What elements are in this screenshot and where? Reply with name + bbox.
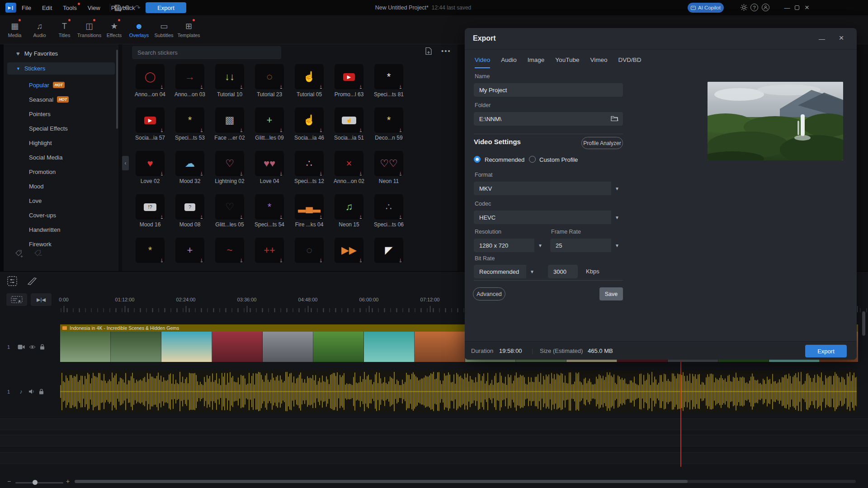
split-clip-button[interactable]: ▶|◀	[31, 293, 52, 306]
download-icon[interactable]: ↓	[241, 257, 243, 262]
window-restore-button[interactable]	[792, 0, 802, 15]
dialog-close-icon[interactable]: ×	[836, 33, 847, 43]
zoom-in-icon[interactable]: +	[66, 478, 70, 485]
sidebar-category-item[interactable]: Firework	[4, 237, 118, 251]
music-note-icon[interactable]: ♪	[18, 388, 24, 395]
download-icon[interactable]: ↓	[280, 127, 283, 132]
sticker-card[interactable]: + ↓ Glitt...les 09	[255, 108, 284, 133]
camera-icon[interactable]	[18, 344, 25, 350]
sticker-card[interactable]: + ↓	[175, 238, 204, 263]
download-icon[interactable]: ↓	[201, 84, 203, 89]
sticker-card[interactable]: ☁ ↓ Mood 32	[175, 151, 204, 176]
sticker-card[interactable]: ∴ ↓ Speci...ts 06	[374, 194, 403, 220]
sticker-card[interactable]: ♡♡ ↓ Neon 11	[374, 151, 403, 176]
browse-folder-icon[interactable]	[611, 115, 618, 123]
sticker-card[interactable]: ♥♥ ↓ Love 04	[255, 151, 284, 176]
sticker-card[interactable]: ♫ ↓ Neon 15	[335, 194, 363, 220]
folder-field[interactable]: E:\NNM\	[474, 112, 623, 126]
export-tab[interactable]: Image	[528, 56, 545, 68]
download-icon[interactable]: ↓	[360, 127, 362, 132]
export-tab[interactable]: Vimeo	[590, 56, 607, 68]
download-icon[interactable]: ↓	[241, 127, 243, 132]
download-icon[interactable]: ↓	[280, 257, 283, 262]
download-icon[interactable]: ↓	[241, 170, 243, 175]
custom-profile-radio[interactable]	[529, 156, 536, 163]
sidebar-category-item[interactable]: Seasonal HOT	[4, 92, 118, 107]
name-field[interactable]: My Project	[474, 83, 623, 97]
advanced-button[interactable]: Advanced	[473, 287, 505, 300]
audio-waveform-clip[interactable]	[60, 370, 857, 413]
ribbon-tab[interactable]: ★ Effects	[102, 15, 127, 44]
menu-item[interactable]: View	[88, 5, 100, 11]
window-close-button[interactable]: ×	[802, 0, 812, 15]
sticker-card[interactable]: * ↓ Speci...ts 81	[374, 64, 403, 89]
download-icon[interactable]: ↓	[320, 257, 322, 262]
sticker-card[interactable]: * ↓ Speci...ts 54	[255, 194, 284, 220]
sticker-card[interactable]: ▶ ↓ Socia...ia 57	[136, 108, 165, 133]
sidebar-scrollbar[interactable]	[116, 50, 118, 129]
menu-item[interactable]: Edit	[42, 5, 52, 11]
sidebar-category-item[interactable]: Pointers	[4, 107, 118, 121]
pen-tool-icon[interactable]	[27, 277, 38, 287]
speaker-icon[interactable]	[28, 389, 35, 394]
vertical-scrollbar-thumb[interactable]	[862, 311, 865, 336]
profile-analyzer-button[interactable]: Profile Analyzer	[581, 137, 623, 149]
sticker-card[interactable]: ▩ ↓ Face ...er 02	[215, 108, 244, 133]
sticker-card[interactable]: !? ↓ Mood 16	[136, 194, 165, 220]
download-icon[interactable]: ↓	[280, 214, 283, 219]
download-icon[interactable]: ↓	[360, 257, 362, 262]
sticker-card[interactable]: ∴ ↓ Speci...ts 12	[295, 151, 324, 176]
download-icon[interactable]: ↓	[400, 84, 402, 89]
export-tab[interactable]: Video	[475, 56, 490, 68]
sticker-card[interactable]: ♡ ↓ Glitt...les 05	[215, 194, 244, 220]
lock-icon[interactable]	[39, 389, 44, 394]
ribbon-tab[interactable]: ♫ Audio	[27, 15, 52, 44]
horizontal-scrollbar-thumb[interactable]	[75, 480, 688, 483]
download-icon[interactable]: ↓	[161, 127, 163, 132]
download-icon[interactable]: ↓	[161, 214, 163, 219]
sticker-card[interactable]: ? ↓ Mood 08	[175, 194, 204, 220]
download-icon[interactable]: ↓	[241, 214, 243, 219]
download-icon[interactable]: ↓	[400, 127, 402, 132]
sticker-card[interactable]: × ↓ Anno...on 02	[335, 151, 363, 176]
save-project-icon[interactable]	[114, 0, 121, 15]
sticker-card[interactable]: ++ ↓	[255, 238, 284, 263]
download-icon[interactable]: ↓	[161, 170, 163, 175]
horizontal-scrollbar[interactable]	[75, 480, 856, 483]
zoom-slider-track[interactable]	[15, 482, 63, 483]
sidebar-category-item[interactable]: Special Effects	[4, 121, 118, 136]
sidebar-item-my-favorites[interactable]: ♥ My Favorites	[16, 50, 58, 57]
recommended-radio-label[interactable]: Recommended	[485, 156, 524, 163]
sidebar-category-item[interactable]: Handwritten	[4, 222, 118, 237]
export-tab[interactable]: YouTube	[555, 56, 579, 68]
recommended-radio[interactable]	[474, 156, 481, 163]
codec-select[interactable]: HEVC▼	[474, 211, 623, 224]
framerate-select[interactable]: 25▼	[550, 239, 623, 252]
download-icon[interactable]: ↓	[320, 214, 322, 219]
bitrate-value-field[interactable]: 3000	[548, 265, 578, 278]
sidebar-category-item[interactable]: Social Media	[4, 150, 118, 164]
playhead[interactable]	[680, 360, 681, 467]
redo-icon[interactable]: ↷	[135, 0, 141, 15]
custom-profile-radio-label[interactable]: Custom Profile	[539, 156, 578, 163]
export-tab[interactable]: Audio	[501, 56, 517, 68]
download-icon[interactable]: ↓	[280, 84, 283, 89]
download-icon[interactable]: ↓	[360, 214, 362, 219]
ribbon-tab[interactable]: ☻ Overlays	[127, 15, 151, 44]
undo-icon[interactable]: ↶	[124, 0, 130, 15]
eye-icon[interactable]	[29, 345, 36, 349]
ribbon-tab[interactable]: ⊞ Templates	[176, 15, 201, 44]
sidebar-category-item[interactable]: Love	[4, 193, 118, 208]
account-icon[interactable]	[762, 4, 769, 11]
app-logo-icon[interactable]: ▶❙	[5, 3, 16, 13]
sticker-card[interactable]: * ↓ Speci...ts 53	[175, 108, 204, 133]
download-icon[interactable]: ↓	[320, 127, 322, 132]
dialog-minimize-icon[interactable]: —	[816, 33, 827, 44]
sidebar-category-item[interactable]: Mood	[4, 179, 118, 193]
ribbon-tab[interactable]: ▭ Subtitles	[151, 15, 176, 44]
sticker-card[interactable]: ◌ ↓ Tutorial 23	[255, 64, 284, 89]
sticker-card[interactable]: ◤ ↓	[374, 238, 403, 263]
download-icon[interactable]: ↓	[201, 214, 203, 219]
sticker-card[interactable]: → ↓ Anno...on 03	[175, 64, 204, 89]
download-icon[interactable]: ↓	[400, 257, 402, 262]
